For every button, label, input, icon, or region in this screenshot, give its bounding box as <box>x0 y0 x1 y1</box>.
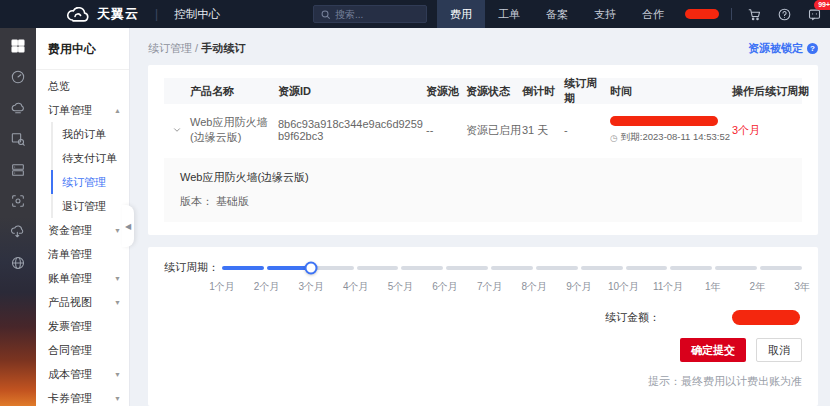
cell-resource-status: 资源已启用 <box>466 123 522 138</box>
cancel-button[interactable]: 取消 <box>756 338 802 362</box>
top-menu-tab[interactable]: 费用 <box>437 0 485 28</box>
sidebar-collapse-handle[interactable]: ◀ <box>122 205 134 247</box>
messages-icon[interactable]: 99+ <box>804 4 824 24</box>
slider-track-segment <box>536 266 578 270</box>
cycle-slider-marks: 1个月2个月3个月4个月5个月6个月7个月8个月9个月10个月11个月1年2年3… <box>222 280 802 294</box>
message-count-badge: 99+ <box>814 0 830 10</box>
slider-track-segment <box>670 266 712 270</box>
slider-mark-label[interactable]: 11个月 <box>653 280 683 294</box>
amount-row: 续订金额： <box>164 310 802 325</box>
cloud-network-icon[interactable] <box>9 223 27 241</box>
cloud-storage-icon[interactable] <box>9 99 27 117</box>
top-menu-tab[interactable]: 合作 <box>629 0 677 28</box>
top-menu-tab[interactable]: 工单 <box>485 0 533 28</box>
slider-mark-label[interactable]: 8个月 <box>522 280 548 294</box>
breadcrumb-current: 手动续订 <box>201 42 245 54</box>
global-search[interactable] <box>313 5 427 23</box>
sidebar-item[interactable]: 续订管理 <box>51 170 129 194</box>
sidebar: 费用中心 总览订单管理▲我的订单待支付订单续订管理退订管理资金管理▼清单管理账单… <box>36 28 130 406</box>
amount-label: 续订金额： <box>605 310 660 325</box>
slider-mark-label[interactable]: 5个月 <box>388 280 414 294</box>
cell-countdown: 31 天 <box>522 123 564 138</box>
sidebar-item-label: 成本管理 <box>48 367 92 382</box>
resource-locked-label: 资源被锁定 <box>748 41 803 56</box>
resource-search-icon[interactable] <box>9 130 27 148</box>
slider-mark-label[interactable]: 7个月 <box>477 280 503 294</box>
resource-locked-link[interactable]: 资源被锁定 ? <box>748 41 818 56</box>
console-label[interactable]: 控制中心 <box>174 7 220 22</box>
globe-icon[interactable] <box>9 254 27 272</box>
slider-mark-label[interactable]: 6个月 <box>432 280 458 294</box>
slider-mark-label[interactable]: 4个月 <box>343 280 369 294</box>
dashboard-icon[interactable] <box>9 68 27 86</box>
cycle-label: 续订周期： <box>164 260 222 275</box>
sidebar-item-label: 待支付订单 <box>62 151 117 166</box>
redacted-time-value <box>610 116 718 126</box>
cell-time: ◷ 到期:2023-08-11 14:53:52 <box>610 116 732 144</box>
main-content: 续订管理 / 手动续订 资源被锁定 ? 产品名称资源ID资源池资源状态倒计时续订… <box>130 28 830 406</box>
detail-version-label: 版本： <box>180 195 213 207</box>
scan-icon[interactable] <box>9 192 27 210</box>
sidebar-item[interactable]: 卡券管理▼ <box>36 386 129 406</box>
sidebar-item[interactable]: 待支付订单 <box>51 146 129 170</box>
search-input[interactable] <box>335 9 415 20</box>
sidebar-item-label: 退订管理 <box>62 199 106 214</box>
cart-icon[interactable] <box>744 4 764 24</box>
slider-mark-label[interactable]: 3年 <box>794 280 810 294</box>
service-icon-bar <box>0 28 36 406</box>
breadcrumb-parent[interactable]: 续订管理 <box>148 42 192 54</box>
slider-track-segment <box>626 266 668 270</box>
expand-chevron-icon[interactable] <box>164 125 190 135</box>
chevron-down-icon: ▼ <box>114 275 121 282</box>
cell-after-cycle: 3个月 <box>732 123 822 138</box>
slider-mark-label[interactable]: 9个月 <box>566 280 592 294</box>
table-column-header: 操作后续订周期 <box>732 84 822 99</box>
sidebar-item-label: 我的订单 <box>62 127 106 142</box>
sidebar-item-label: 清单管理 <box>48 247 92 262</box>
detail-version-value: 基础版 <box>216 195 249 207</box>
slider-mark-label[interactable]: 1年 <box>705 280 721 294</box>
slider-track-segment <box>715 266 757 270</box>
cycle-slider[interactable] <box>222 261 802 275</box>
detail-version: 版本： 基础版 <box>180 194 786 209</box>
help-icon[interactable] <box>774 4 794 24</box>
table-row[interactable]: Web应用防火墙(边缘云版) 8b6c93a918c344e9ac6d9259b… <box>164 104 802 155</box>
cycle-slider-row: 续订周期： <box>164 260 802 275</box>
slider-handle[interactable] <box>305 261 318 274</box>
breadcrumb: 续订管理 / 手动续订 <box>148 41 245 56</box>
sidebar-item[interactable]: 订单管理▲ <box>36 98 129 122</box>
sidebar-item[interactable]: 总览 <box>36 74 129 98</box>
submit-button[interactable]: 确定提交 <box>680 338 746 362</box>
sidebar-item[interactable]: 成本管理▼ <box>36 362 129 386</box>
top-menu-tab[interactable]: 支持 <box>581 0 629 28</box>
slider-mark-label[interactable]: 1个月 <box>209 280 235 294</box>
sidebar-item[interactable]: 我的订单 <box>51 122 129 146</box>
slider-mark-label[interactable]: 2个月 <box>254 280 280 294</box>
cell-product-name: Web应用防火墙(边缘云版) <box>190 115 278 145</box>
sidebar-item[interactable]: 退订管理 <box>51 194 129 218</box>
top-menu-tab[interactable]: 备案 <box>533 0 581 28</box>
sidebar-item[interactable]: 清单管理 <box>36 242 129 266</box>
table-column-header: 产品名称 <box>190 84 278 99</box>
sidebar-item[interactable]: 发票管理 <box>36 314 129 338</box>
slider-mark-label[interactable]: 10个月 <box>608 280 639 294</box>
chevron-up-icon: ▲ <box>114 107 121 114</box>
table-column-header: 资源池 <box>426 84 466 99</box>
expire-time: ◷ 到期:2023-08-11 14:53:52 <box>610 131 732 144</box>
top-navbar: 天翼云 | 控制中心 费用工单备案支持合作 99+ <box>0 0 830 28</box>
table-header: 产品名称资源ID资源池资源状态倒计时续订周期时间操作后续订周期 <box>164 78 802 104</box>
slider-track-segment <box>267 266 309 270</box>
slider-mark-label[interactable]: 3个月 <box>298 280 324 294</box>
sidebar-item[interactable]: 账单管理▼ <box>36 266 129 290</box>
sidebar-item-label: 账单管理 <box>48 271 92 286</box>
row-detail: Web应用防火墙(边缘云版) 版本： 基础版 <box>164 158 802 222</box>
apps-grid-icon[interactable] <box>9 37 27 55</box>
sidebar-item[interactable]: 产品视图▼ <box>36 290 129 314</box>
nav-divider <box>731 8 732 20</box>
server-list-icon[interactable] <box>9 161 27 179</box>
slider-mark-label[interactable]: 2年 <box>750 280 766 294</box>
sidebar-item[interactable]: 资金管理▼ <box>36 218 129 242</box>
slider-track-segment <box>581 266 623 270</box>
sidebar-item[interactable]: 合同管理 <box>36 338 129 362</box>
slider-track-segment <box>760 266 802 270</box>
